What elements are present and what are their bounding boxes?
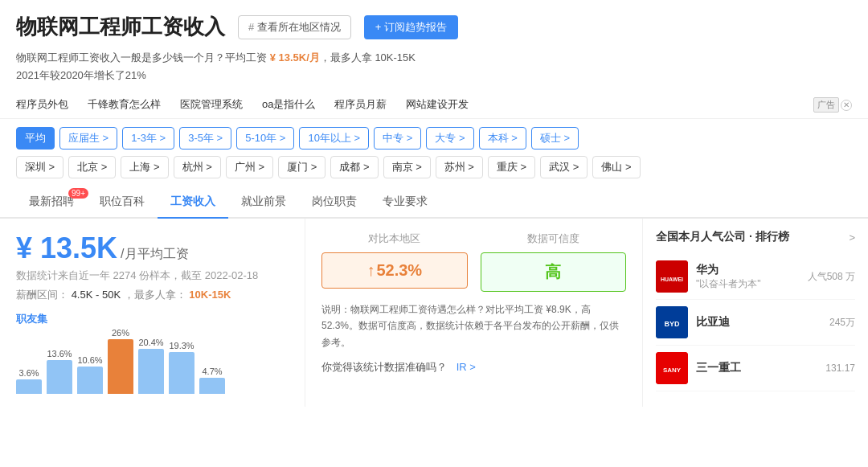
most-label: ，最多人拿： [124, 289, 186, 301]
company-name-huawei: 华为 [696, 263, 800, 277]
header: 物联网工程师工资收入 查看所在地区情况 订阅趋势报告 [0, 0, 868, 47]
bar-rect-1 [47, 360, 72, 394]
salary-value: ¥ 13.5K [16, 231, 117, 265]
tab-salary[interactable]: 工资收入 [158, 186, 228, 217]
subtitle-text: 物联网工程师工资收入一般是多少钱一个月？平均工资 [16, 51, 270, 63]
filter-beijing[interactable]: 北京 > [68, 156, 116, 178]
tab-requirements[interactable]: 专业要求 [370, 186, 440, 217]
filter-3-5[interactable]: 3-5年 > [179, 127, 231, 150]
pop-val-byd: 245万 [829, 317, 855, 328]
page-title: 物联网工程师工资收入 [16, 13, 225, 41]
mid-description: 说明：物联网工程师工资待遇怎么样？对比平均工资 ¥8.9K，高 52.3%。数据… [321, 301, 626, 350]
filter-zhongzhuan[interactable]: 中专 > [374, 127, 421, 150]
feedback-question: 你觉得该统计数据准确吗？ IR > [321, 360, 626, 375]
company-slogan-huawei: "以奋斗者为本" [696, 277, 800, 291]
ad-link-1[interactable]: 程序员外包 [16, 97, 68, 112]
left-panel: ¥ 13.5K /月平均工资 数据统计来自近一年 2274 份样本，截至 202… [0, 219, 305, 407]
ad-links-bar: 程序员外包 千锋教育怎么样 医院管理系统 oa是指什么 程序员月薪 网站建设开发… [0, 91, 868, 119]
tab-job-wiki[interactable]: 职位百科 [87, 186, 158, 217]
range-label: 薪酬区间： [16, 289, 68, 301]
tab-bar: 最新招聘 99+ 职位百科 工资收入 就业前景 岗位职责 专业要求 [0, 186, 868, 219]
company-item-byd[interactable]: BYD 比亚迪 245万 [656, 300, 855, 346]
bar-rect-5 [169, 352, 194, 394]
right-panel: 全国本月人气公司 · 排行榜 > HUAWEI 华为 "以奋斗者为本" 人气50… [643, 219, 868, 407]
tab-job-wiki-label: 职位百科 [100, 195, 145, 207]
ir-link[interactable]: IR > [457, 361, 476, 373]
tab-responsibilities[interactable]: 岗位职责 [299, 186, 370, 217]
company-popularity-huawei: 人气508 万 [808, 270, 855, 284]
tab-prospect-label: 就业前景 [241, 195, 286, 207]
compare-region-num: 52.3% [376, 261, 422, 280]
right-panel-more[interactable]: > [849, 231, 855, 244]
svg-text:HUAWEI: HUAWEI [661, 277, 683, 282]
filter-dazhuan[interactable]: 大专 > [426, 127, 473, 150]
filter-chongqing[interactable]: 重庆 > [488, 156, 535, 178]
tab-responsibilities-label: 岗位职责 [312, 195, 357, 207]
bar-rect-0 [16, 379, 42, 394]
up-arrow-icon: ↑ [366, 261, 375, 280]
tab-salary-label: 工资收入 [170, 195, 215, 207]
bar-pct-5: 19.3% [169, 341, 194, 350]
most-val: 10K-15K [189, 289, 231, 301]
bar-pct-4: 20.4% [138, 338, 163, 347]
tab-prospect[interactable]: 就业前景 [228, 186, 299, 217]
filter-xiamen[interactable]: 厦门 > [278, 156, 326, 178]
bar-group-4: 20.4% [138, 338, 164, 394]
compare-row: 对比本地区 ↑ 52.3% 数据可信度 高 [321, 231, 626, 292]
bar-group-6: 4.7% [199, 367, 225, 394]
company-item-huawei[interactable]: HUAWEI 华为 "以奋斗者为本" 人气508 万 [656, 254, 855, 300]
range-val: 4.5K - 50K [72, 289, 121, 301]
filter-guangzhou[interactable]: 广州 > [226, 156, 273, 178]
filter-5-10[interactable]: 5-10年 > [236, 127, 294, 150]
filter-wuhan[interactable]: 武汉 > [540, 156, 588, 178]
filter-foshan[interactable]: 佛山 > [592, 156, 640, 178]
content-area: ¥ 13.5K /月平均工资 数据统计来自近一年 2274 份样本，截至 202… [0, 219, 868, 407]
filter-shuoshi[interactable]: 硕士 > [531, 127, 579, 150]
filter-hangzhou[interactable]: 杭州 > [174, 156, 221, 178]
compare-region-title: 对比本地区 [321, 231, 468, 246]
company-item-sany[interactable]: SANY 三一重工 131.17 [656, 346, 855, 391]
filter-benke[interactable]: 本科 > [479, 127, 526, 150]
growth-text: 2021年较2020年增长了21% [0, 67, 868, 91]
compare-col-reliability: 数据可信度 高 [481, 231, 627, 292]
ad-link-3[interactable]: 医院管理系统 [180, 97, 243, 112]
filter-nanjing[interactable]: 南京 > [383, 156, 431, 178]
filter-average[interactable]: 平均 [16, 127, 55, 150]
filter-1-3[interactable]: 1-3年 > [122, 127, 174, 150]
bar-group-2: 10.6% [77, 355, 103, 394]
ad-link-5[interactable]: 程序员月薪 [334, 97, 387, 112]
ad-close-button[interactable]: ✕ [841, 100, 852, 111]
ad-link-6[interactable]: 网站建设开发 [406, 97, 469, 112]
filter-section: 平均 应届生 > 1-3年 > 3-5年 > 5-10年 > 10年以上 > 中… [0, 119, 868, 178]
tab-requirements-label: 专业要求 [383, 195, 428, 207]
chart-brand-label: 职友集 [16, 312, 289, 326]
filter-10plus[interactable]: 10年以上 > [299, 127, 369, 150]
pop-val-sany: 131.17 [825, 363, 855, 374]
company-logo-huawei: HUAWEI [656, 260, 688, 293]
company-logo-sany: SANY [656, 352, 688, 384]
tab-badge-count: 99+ [68, 188, 88, 199]
company-info-huawei: 华为 "以奋斗者为本" [696, 263, 800, 291]
filter-chengdu[interactable]: 成都 > [330, 156, 378, 178]
ad-link-4[interactable]: oa是指什么 [262, 97, 315, 112]
subscribe-button[interactable]: 订阅趋势报告 [364, 15, 459, 39]
company-info-byd: 比亚迪 [696, 315, 821, 330]
page-wrapper: 物联网工程师工资收入 查看所在地区情况 订阅趋势报告 物联网工程师工资收入一般是… [0, 0, 868, 407]
bar-pct-3: 26% [112, 328, 129, 338]
filter-shanghai[interactable]: 上海 > [121, 156, 168, 178]
company-popularity-sany: 131.17 [825, 363, 855, 374]
compare-col-region: 对比本地区 ↑ 52.3% [321, 231, 468, 292]
filter-row-experience: 平均 应届生 > 1-3年 > 3-5年 > 5-10年 > 10年以上 > 中… [16, 127, 852, 150]
filter-suzhou[interactable]: 苏州 > [436, 156, 483, 178]
filter-fresh[interactable]: 应届生 > [59, 127, 117, 150]
ad-link-2[interactable]: 千锋教育怎么样 [88, 97, 161, 112]
bar-group-0: 3.6% [16, 368, 42, 394]
tab-latest-jobs[interactable]: 最新招聘 99+ [16, 186, 87, 217]
filter-row-city: 深圳 > 北京 > 上海 > 杭州 > 广州 > 厦门 > 成都 > 南京 > … [16, 156, 852, 178]
company-info-sany: 三一重工 [696, 361, 817, 375]
filter-shenzhen[interactable]: 深圳 > [16, 156, 63, 178]
salary-bar-chart: 3.6%13.6%10.6%26%20.4%19.3%4.7% [16, 330, 289, 394]
tag-button[interactable]: 查看所在地区情况 [238, 15, 351, 39]
company-logo-byd: BYD [656, 306, 688, 338]
salary-range: 薪酬区间： 4.5K - 50K ，最多人拿： 10K-15K [16, 288, 289, 302]
